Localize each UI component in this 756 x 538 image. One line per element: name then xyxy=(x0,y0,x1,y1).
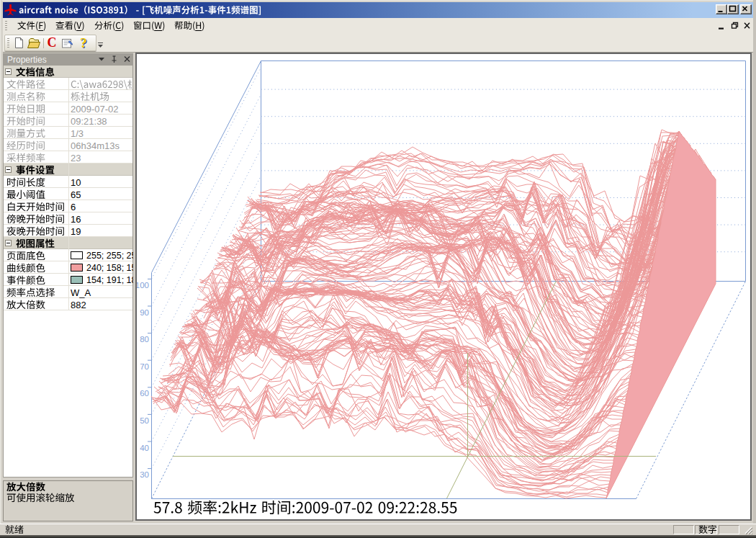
svg-text:60: 60 xyxy=(140,389,149,398)
svg-text:90: 90 xyxy=(140,308,149,317)
svg-text:100: 100 xyxy=(137,281,149,290)
svg-text:50: 50 xyxy=(140,416,149,425)
svg-text:30: 30 xyxy=(140,470,149,479)
svg-text:80: 80 xyxy=(140,335,149,344)
svg-text:70: 70 xyxy=(140,362,149,371)
svg-text:40: 40 xyxy=(140,444,149,452)
